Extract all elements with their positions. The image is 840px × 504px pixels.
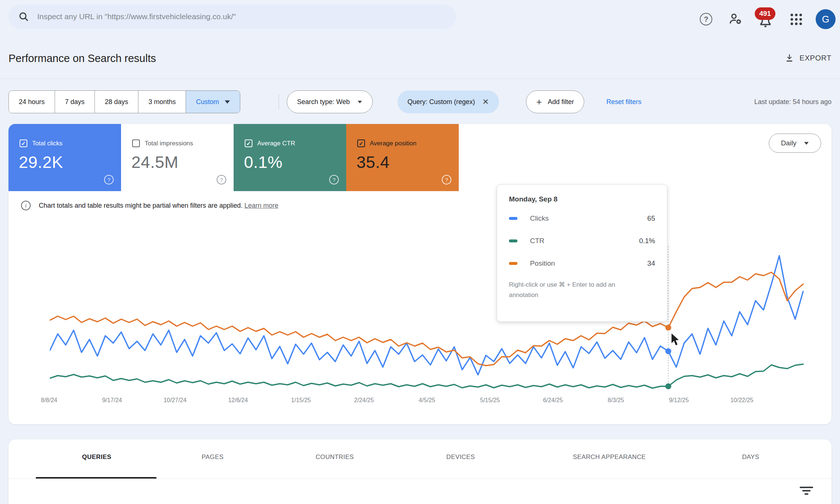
reset-filters-link[interactable]: Reset filters	[606, 90, 641, 113]
chevron-down-icon	[358, 100, 362, 103]
x-tick-label: 6/24/25	[543, 397, 562, 404]
tooltip-annotation-hint: Right-click or use ⌘ + Enter to add an a…	[509, 280, 634, 300]
mouse-cursor	[671, 333, 679, 346]
user-settings-icon[interactable]	[727, 10, 744, 28]
tab-queries[interactable]: QUERIES	[82, 453, 111, 461]
chart-tooltip: Monday, Sep 8 Clicks 65 CTR 0.1% Positio…	[497, 184, 667, 322]
tabs-divider	[8, 479, 832, 479]
ctr-swatch	[509, 239, 517, 242]
tab-devices[interactable]: DEVICES	[446, 453, 475, 461]
search-type-chip[interactable]: Search type: Web	[287, 90, 373, 113]
x-tick-label: 1/15/25	[291, 397, 311, 404]
x-tick-label: 8/8/24	[41, 397, 57, 404]
tab-pages[interactable]: PAGES	[202, 453, 223, 461]
highlight-dot-clicks	[665, 348, 671, 354]
metric-value: 24.5M	[131, 153, 179, 172]
tooltip-row-clicks: Clicks 65	[509, 207, 655, 229]
url-inspect-input[interactable]	[37, 12, 447, 21]
filter-divider	[279, 94, 279, 109]
table-filter-icon[interactable]	[799, 487, 814, 498]
metric-card-total-impressions[interactable]: Total impressions 24.5M ?	[121, 124, 234, 191]
export-button[interactable]: EXPORT	[785, 53, 832, 63]
x-tick-label: 8/3/25	[608, 397, 624, 404]
highlight-dot-position	[665, 325, 671, 331]
metric-value: 29.2K	[19, 153, 63, 172]
metric-card-total-clicks[interactable]: ✓ Total clicks 29.2K ?	[8, 124, 121, 191]
checkbox-checked-icon[interactable]: ✓	[245, 139, 252, 147]
url-inspect-searchbar[interactable]	[8, 4, 456, 29]
x-tick-label: 4/5/25	[419, 397, 435, 404]
tab-days[interactable]: DAYS	[742, 453, 760, 461]
help-icon[interactable]: ?	[329, 175, 339, 184]
learn-more-link[interactable]: Learn more	[244, 202, 278, 209]
position-swatch	[509, 262, 517, 265]
series-line-position	[50, 272, 803, 366]
download-icon	[785, 53, 794, 63]
export-label: EXPORT	[799, 54, 832, 62]
help-icon[interactable]: ?	[697, 10, 715, 28]
date-range-segmented-control: 24 hours 7 days 28 days 3 months Custom	[8, 90, 240, 113]
checkbox-checked-icon[interactable]: ✓	[357, 139, 365, 147]
help-icon[interactable]: ?	[217, 175, 226, 184]
highlight-dot-ctr	[665, 383, 671, 389]
tab-search-appearance[interactable]: SEARCH APPEARANCE	[573, 453, 646, 461]
performance-chart[interactable]	[50, 232, 812, 391]
checkbox-checked-icon[interactable]: ✓	[20, 139, 27, 147]
clicks-swatch	[509, 217, 517, 220]
info-icon: i	[21, 201, 31, 210]
dimensions-tabs-panel: QUERIES PAGES COUNTRIES DEVICES SEARCH A…	[8, 439, 832, 504]
x-tick-label: 10/22/25	[730, 397, 753, 404]
x-tick-label: 9/17/24	[102, 397, 122, 404]
metric-value: 35.4	[357, 153, 390, 172]
page-title: Performance on Search results	[8, 52, 156, 65]
chevron-down-icon	[225, 100, 230, 104]
range-3-months[interactable]: 3 months	[138, 91, 186, 113]
x-tick-label: 10/27/24	[163, 397, 186, 404]
x-tick-label: 5/15/25	[480, 397, 500, 404]
notification-count-badge: 491	[755, 7, 775, 20]
apps-grid-icon[interactable]	[787, 10, 805, 28]
series-line-ctr	[50, 364, 803, 388]
range-28-days[interactable]: 28 days	[95, 91, 138, 113]
x-tick-label: 12/6/24	[228, 397, 248, 404]
tooltip-date: Monday, Sep 8	[509, 195, 655, 203]
add-filter-button[interactable]: + Add filter	[526, 90, 584, 113]
chevron-down-icon	[804, 142, 809, 145]
series-line-clicks	[50, 256, 803, 375]
range-custom[interactable]: Custom	[186, 91, 240, 113]
last-update-text: Last update: 54 hours ago	[754, 90, 832, 113]
plus-icon: +	[536, 97, 542, 107]
range-7-days[interactable]: 7 days	[55, 91, 95, 113]
checkbox-unchecked-icon[interactable]	[132, 139, 140, 147]
help-icon[interactable]: ?	[104, 175, 114, 184]
range-24-hours[interactable]: 24 hours	[9, 91, 55, 113]
tooltip-row-ctr: CTR 0.1%	[509, 229, 655, 252]
tooltip-row-position: Position 34	[509, 252, 655, 275]
query-filter-chip[interactable]: Query: Custom (regex) ✕	[397, 90, 499, 113]
x-tick-label: 9/12/25	[669, 397, 689, 404]
metric-card-average-ctr[interactable]: ✓ Average CTR 0.1% ?	[234, 124, 346, 191]
tab-countries[interactable]: COUNTRIES	[316, 453, 354, 461]
partial-data-notice: i Chart totals and table results might b…	[21, 201, 278, 210]
performance-chart-svg	[50, 232, 812, 391]
x-axis-labels: 8/8/249/17/2410/27/2412/6/241/15/252/24/…	[8, 397, 832, 408]
performance-panel: ✓ Total clicks 29.2K ? Total impressions…	[8, 124, 832, 424]
account-avatar[interactable]: G	[816, 9, 836, 29]
remove-filter-icon[interactable]: ✕	[482, 97, 489, 106]
x-tick-label: 2/24/25	[354, 397, 373, 404]
granularity-dropdown[interactable]: Daily	[769, 134, 821, 153]
header-divider	[0, 79, 840, 79]
help-icon[interactable]: ?	[442, 175, 451, 184]
metric-card-average-position[interactable]: ✓ Average position 35.4 ?	[346, 124, 459, 191]
search-icon	[18, 11, 29, 22]
metric-value: 0.1%	[244, 153, 283, 172]
